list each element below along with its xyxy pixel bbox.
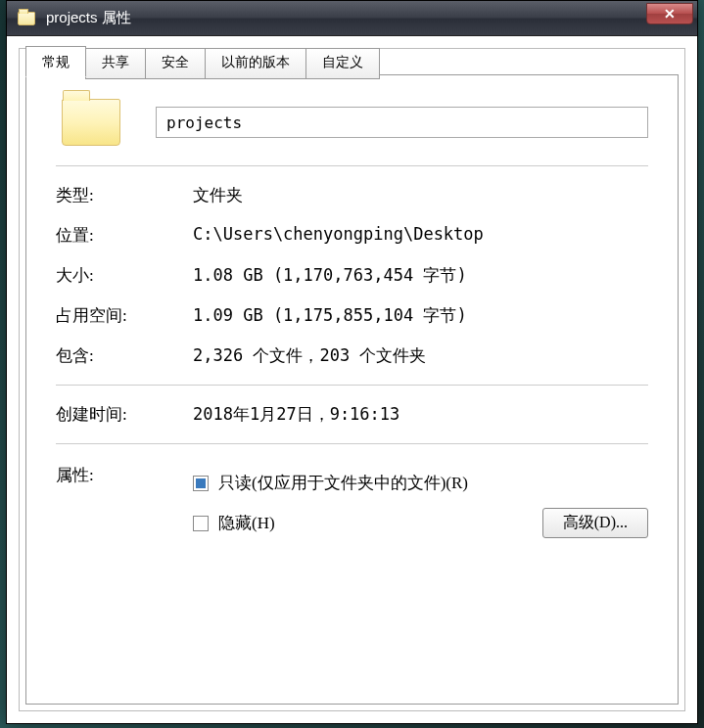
tab-security[interactable]: 安全 [145, 48, 206, 79]
tab-previous-versions[interactable]: 以前的版本 [205, 48, 306, 79]
properties-window: projects 属性 ✕ 常规 共享 安全 以前的版本 自定义 类型: [6, 0, 698, 724]
attributes-controls: 只读(仅应用于文件夹中的文件)(R) 隐藏(H) 高级(D)... [193, 462, 648, 538]
hidden-advanced-row: 隐藏(H) 高级(D)... [193, 508, 648, 538]
size-on-disk-value: 1.09 GB (1,175,855,104 字节) [193, 304, 648, 327]
advanced-button[interactable]: 高级(D)... [542, 508, 648, 538]
separator [56, 385, 648, 386]
readonly-row: 只读(仅应用于文件夹中的文件)(R) [193, 472, 648, 494]
readonly-label[interactable]: 只读(仅应用于文件夹中的文件)(R) [218, 472, 468, 494]
created-label: 创建时间: [56, 403, 193, 426]
location-label: 位置: [56, 224, 193, 247]
size-row: 大小: 1.08 GB (1,170,763,454 字节) [56, 264, 648, 287]
type-label: 类型: [56, 184, 193, 206]
tab-customize[interactable]: 自定义 [305, 48, 380, 79]
separator [56, 165, 648, 166]
tab-strip: 常规 共享 安全 以前的版本 自定义 [25, 48, 379, 79]
hidden-label[interactable]: 隐藏(H) [218, 512, 275, 534]
tab-sharing[interactable]: 共享 [85, 48, 146, 79]
titlebar[interactable]: projects 属性 ✕ [7, 1, 697, 36]
created-row: 创建时间: 2018年1月27日，9:16:13 [56, 403, 648, 426]
name-row [56, 99, 648, 146]
size-on-disk-row: 占用空间: 1.09 GB (1,175,855,104 字节) [56, 304, 648, 327]
tab-container: 常规 共享 安全 以前的版本 自定义 类型: 文件夹 位置: C:\U [19, 48, 685, 711]
contains-label: 包含: [56, 344, 193, 367]
location-value: C:\Users\chenyongping\Desktop [193, 224, 648, 247]
contains-value: 2,326 个文件，203 个文件夹 [193, 344, 648, 367]
size-on-disk-label: 占用空间: [56, 304, 193, 327]
attributes-section: 属性: 只读(仅应用于文件夹中的文件)(R) 隐藏(H) 高级(D)... [56, 462, 648, 538]
folder-name-input[interactable] [156, 107, 648, 138]
window-title: projects 属性 [46, 9, 646, 27]
tab-general[interactable]: 常规 [25, 46, 86, 77]
attributes-label: 属性: [56, 462, 193, 486]
type-value: 文件夹 [193, 184, 648, 206]
size-value: 1.08 GB (1,170,763,454 字节) [193, 264, 648, 287]
hidden-row: 隐藏(H) [193, 512, 275, 534]
hidden-checkbox[interactable] [193, 516, 209, 531]
general-panel: 类型: 文件夹 位置: C:\Users\chenyongping\Deskto… [25, 74, 679, 705]
dialog-body: 常规 共享 安全 以前的版本 自定义 类型: 文件夹 位置: C:\U [7, 36, 697, 723]
created-value: 2018年1月27日，9:16:13 [193, 403, 648, 426]
close-button[interactable]: ✕ [646, 3, 693, 24]
folder-large-icon [62, 99, 120, 146]
readonly-checkbox[interactable] [193, 476, 209, 491]
close-icon: ✕ [664, 6, 676, 22]
size-label: 大小: [56, 264, 193, 287]
location-row: 位置: C:\Users\chenyongping\Desktop [56, 224, 648, 247]
separator [56, 443, 648, 444]
contains-row: 包含: 2,326 个文件，203 个文件夹 [56, 344, 648, 367]
folder-icon [17, 9, 36, 28]
type-row: 类型: 文件夹 [56, 184, 648, 206]
